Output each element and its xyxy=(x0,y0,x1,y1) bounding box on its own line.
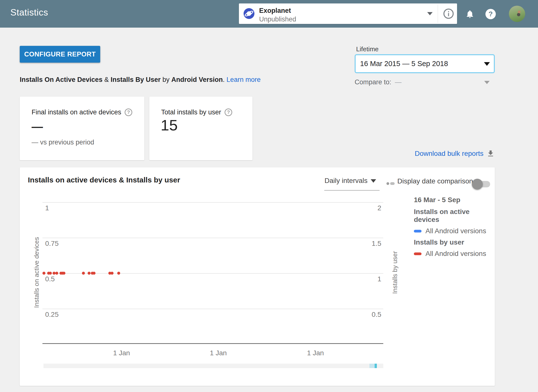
app-name: Exoplanet xyxy=(259,7,291,15)
legend-series1-title: Installs on active devices xyxy=(414,208,493,224)
chevron-down-icon[interactable] xyxy=(427,12,433,15)
notifications-bell-icon[interactable] xyxy=(465,9,475,20)
legend-item-label: All Android versions xyxy=(425,250,486,258)
right-axis-tick: 1 xyxy=(377,275,381,283)
app-status: Unpublished xyxy=(259,16,296,23)
right-axis-label: Installs by user xyxy=(391,251,399,294)
top-bar: Statistics Exoplanet Unpublished xyxy=(0,0,538,28)
date-range-select[interactable]: 16 Mar 2015 — 5 Sep 2018 xyxy=(355,54,495,73)
left-axis-tick: 0.75 xyxy=(45,240,59,248)
scrollbar-handle[interactable] xyxy=(375,364,377,368)
toggle-knob[interactable] xyxy=(472,179,483,190)
lifetime-label: Lifetime xyxy=(356,45,379,53)
left-axis-tick: 1 xyxy=(45,204,49,212)
help-circle-icon[interactable]: ? xyxy=(125,108,132,116)
chart-plot: 120.751.50.510.250.51 Jan1 Jan1 Jan xyxy=(42,202,383,344)
legend-item-label: All Android versions xyxy=(425,227,486,235)
avatar[interactable] xyxy=(509,6,525,22)
data-point-installs-by-user[interactable] xyxy=(42,272,45,275)
chart-card: Installs on active devices & Installs by… xyxy=(20,167,495,386)
scrollbar-selection[interactable] xyxy=(369,364,375,368)
metric-value: — xyxy=(32,120,43,133)
date-range-value: 16 Mar 2015 — 5 Sep 2018 xyxy=(360,60,448,68)
date-comparison-icon xyxy=(386,182,395,185)
data-point-installs-by-user[interactable] xyxy=(117,272,120,275)
chart-range-scrollbar[interactable] xyxy=(43,364,383,368)
download-icon[interactable] xyxy=(486,149,495,158)
left-axis-tick: 0.25 xyxy=(45,311,59,319)
right-axis-tick: 0.5 xyxy=(372,311,381,319)
metric-value: 15 xyxy=(161,116,178,134)
legend-series2-title: Installs by user xyxy=(414,238,493,246)
subtitle-sep: & xyxy=(102,76,111,83)
chevron-down-icon xyxy=(371,179,376,183)
chart-legend: 16 Mar - 5 Sep Installs on active device… xyxy=(414,196,493,261)
metric-delta: — vs previous period xyxy=(32,139,94,146)
chart-title: Installs on active devices & Installs by… xyxy=(28,176,180,184)
left-axis-tick: 0.5 xyxy=(45,275,55,283)
legend-period: 16 Mar - 5 Sep xyxy=(414,196,493,204)
statistics-page: Statistics Exoplanet Unpublished xyxy=(0,0,538,392)
subtitle-sep: . xyxy=(223,76,227,83)
app-selector[interactable]: Exoplanet Unpublished xyxy=(239,3,457,24)
data-point-installs-by-user[interactable] xyxy=(62,272,65,275)
legend-swatch-blue xyxy=(414,230,422,232)
subtitle-sep: by xyxy=(161,76,172,83)
subtitle-metric-2: Installs By User xyxy=(111,76,161,83)
underline xyxy=(324,190,380,191)
metric-card-title: Final installs on active devices xyxy=(32,108,121,116)
right-axis-tick: 2 xyxy=(377,204,381,212)
gridline xyxy=(42,202,383,203)
x-axis-tick: 1 Jan xyxy=(307,349,324,357)
help-circle-icon[interactable]: ? xyxy=(225,108,232,116)
data-point-installs-by-user[interactable] xyxy=(49,272,52,275)
compare-to-value: — xyxy=(395,78,402,86)
x-axis-baseline xyxy=(42,343,383,344)
info-icon[interactable] xyxy=(443,8,454,20)
download-bulk-reports-link[interactable]: Download bulk reports xyxy=(415,150,483,158)
x-axis-tick: 1 Jan xyxy=(210,349,227,357)
data-point-installs-by-user[interactable] xyxy=(55,272,58,275)
help-icon[interactable]: ? xyxy=(485,9,496,19)
chevron-down-icon[interactable] xyxy=(484,81,490,84)
date-comparison-toggle[interactable] xyxy=(472,180,490,188)
subtitle-dimension: Android Version xyxy=(171,76,223,83)
left-axis-label: Installs on active devices xyxy=(33,237,40,308)
interval-value: Daily intervals xyxy=(325,177,367,185)
data-point-installs-by-user[interactable] xyxy=(93,272,96,275)
gridline xyxy=(42,238,383,238)
page-title: Statistics xyxy=(10,7,48,18)
app-icon xyxy=(244,8,254,19)
compare-to-label: Compare to: xyxy=(355,78,391,86)
divider xyxy=(438,4,438,23)
metric-card-total-installs: Total installs by user ? 15 xyxy=(149,97,252,160)
configure-report-button[interactable]: CONFIGURE REPORT xyxy=(20,46,100,63)
interval-select[interactable]: Daily intervals xyxy=(324,177,380,191)
legend-swatch-red xyxy=(414,252,422,255)
gridline xyxy=(42,309,383,309)
planet-icon xyxy=(244,8,254,19)
legend-item-installs-by-user[interactable]: All Android versions xyxy=(414,250,493,258)
metric-card-title: Total installs by user xyxy=(161,108,221,116)
data-point-installs-by-user[interactable] xyxy=(82,272,85,275)
chevron-down-icon xyxy=(484,62,490,66)
legend-item-active-devices[interactable]: All Android versions xyxy=(414,227,493,235)
compare-to-row: Compare to: — xyxy=(355,78,495,88)
learn-more-link[interactable]: Learn more xyxy=(227,76,261,83)
data-point-installs-by-user[interactable] xyxy=(88,272,91,275)
download-bulk-reports: Download bulk reports xyxy=(390,149,495,158)
report-subtitle: Installs On Active Devices & Installs By… xyxy=(20,76,261,84)
right-axis-tick: 1.5 xyxy=(372,240,381,248)
x-axis-tick: 1 Jan xyxy=(113,349,130,357)
subtitle-metric-1: Installs On Active Devices xyxy=(20,76,102,83)
data-point-installs-by-user[interactable] xyxy=(111,272,114,275)
display-date-comparison-label: Display date comparison xyxy=(397,177,473,185)
metric-card-final-installs: Final installs on active devices ? — — v… xyxy=(20,97,144,160)
